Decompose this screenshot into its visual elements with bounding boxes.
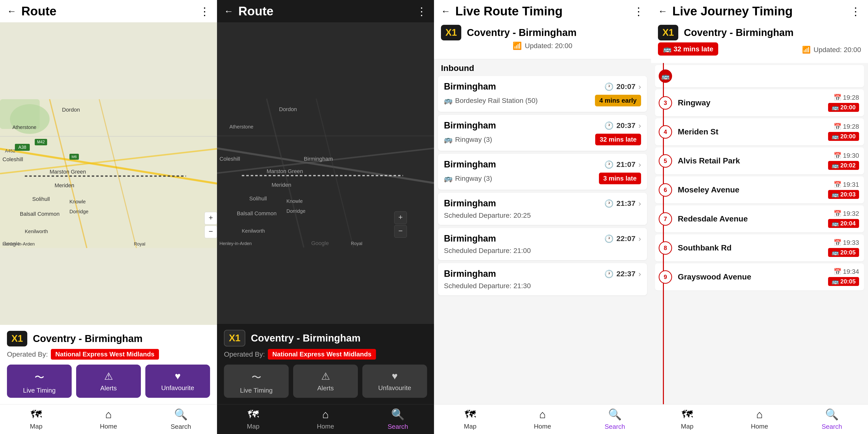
nav-map-label-1: Map [30, 423, 43, 430]
stop-times-9: 📅 19:34 🚌 20:05 [828, 268, 859, 286]
nav-home-2[interactable]: ⌂ Home [289, 408, 362, 430]
more-button-1[interactable]: ⋮ [199, 5, 210, 18]
live-timing-button-1[interactable]: 〜 Live Timing [7, 365, 72, 398]
more-button-2[interactable]: ⋮ [416, 5, 427, 18]
alerts-button-2[interactable]: ⚠ Alerts [293, 365, 358, 398]
stop-name-5: Alvis Retail Park [678, 156, 740, 165]
live-val-9: 20:05 [840, 278, 856, 285]
live-time-4: 🚌 20:00 [828, 132, 859, 141]
dep-dest-1: Birmingham [444, 120, 496, 131]
svg-text:M42: M42 [37, 140, 44, 144]
dep-time-4: 22:07 [617, 235, 636, 243]
journey-header-4: X1 Coventry - Birmingham 🚌 32 mins late … [651, 22, 868, 63]
search-icon-4: 🔍 [825, 408, 839, 421]
page-title-1: Route [21, 4, 199, 18]
sched-val-3: 19:28 [843, 94, 859, 101]
unfavourite-label-2: Unfavourite [378, 384, 411, 392]
departure-card-3[interactable]: Birmingham 🕐 21:37 › Scheduled Departure… [438, 193, 647, 225]
nav-home-4[interactable]: ⌂ Home [723, 408, 796, 430]
dep-dest-0: Birmingham [444, 81, 496, 92]
nav-search-2[interactable]: 🔍 Search [362, 408, 434, 431]
stop-info-6: Moseley Avenue [678, 185, 824, 194]
home-icon-4: ⌂ [756, 408, 763, 421]
late-badge-text: 32 mins late [674, 45, 713, 53]
direction-label-3: Inbound [434, 59, 651, 73]
operator-label-1: Operated By: [7, 350, 48, 359]
cal-icon-7: 📅 [834, 210, 841, 217]
clock-icon-5: 🕐 [604, 270, 614, 278]
sched-val-4: 19:28 [843, 123, 859, 130]
back-button-2[interactable]: ← [224, 6, 234, 17]
panel-route-light: ← Route ⋮ Dordon Atherstone Coleshill Ma… [0, 0, 217, 434]
wifi-icon-3: 📶 [513, 41, 522, 50]
stop-info-4: Meriden St [678, 127, 824, 136]
stop-circle-5: 5 [659, 154, 672, 168]
bus-circle-icon: 🚌 [659, 69, 672, 83]
page-title-4: Live Journey Timing [672, 4, 850, 18]
status-badge-2: 3 mins late [599, 173, 641, 184]
departure-card-2[interactable]: Birmingham 🕐 21:07 › 🚌 Ringway (3) 3 min… [438, 154, 647, 190]
sched-val-8: 19:33 [843, 239, 859, 247]
map-light[interactable]: Dordon Atherstone Coleshill Marston Gree… [0, 22, 217, 325]
clock-icon-1: 🕐 [604, 121, 614, 130]
nav-home-1[interactable]: ⌂ Home [72, 408, 145, 430]
unfavourite-label-1: Unfavourite [161, 384, 194, 392]
nav-search-1[interactable]: 🔍 Search [145, 408, 217, 431]
back-button-1[interactable]: ← [7, 6, 17, 17]
panel-live-journey: ← Live Journey Timing ⋮ X1 Coventry - Bi… [651, 0, 868, 434]
cal-icon-5: 📅 [834, 152, 841, 159]
live-val-7: 20:04 [840, 220, 856, 227]
more-button-3[interactable]: ⋮ [633, 5, 644, 18]
stop-num-9: 9 [657, 270, 673, 284]
dep-time-5: 22:37 [617, 270, 636, 278]
alerts-label-2: Alerts [317, 384, 334, 392]
live-timing-label-1: Live Timing [23, 386, 56, 394]
stop-row-6: 6 Moseley Avenue 📅 19:31 🚌 20:03 [655, 176, 864, 204]
nav-map-2[interactable]: 🗺 Map [217, 408, 289, 430]
unfavourite-button-2[interactable]: ♥ Unfavourite [362, 365, 427, 398]
bus-live-icon-7: 🚌 [832, 220, 839, 227]
nav-map-3[interactable]: 🗺 Map [434, 408, 506, 430]
dep-stop-0: Bordesley Rail Station (50) [455, 97, 538, 105]
nav-search-4[interactable]: 🔍 Search [796, 408, 868, 431]
departure-card-0[interactable]: Birmingham 🕐 20:07 › 🚌 Bordesley Rail St… [438, 76, 647, 112]
stop-row-4: 4 Meriden St 📅 19:28 🚌 20:00 [655, 118, 864, 145]
stop-row-7: 7 Redesdale Avenue 📅 19:32 🚌 20:04 [655, 205, 864, 232]
more-button-4[interactable]: ⋮ [850, 5, 861, 18]
departure-card-1[interactable]: Birmingham 🕐 20:37 › 🚌 Ringway (3) 32 mi… [438, 115, 647, 151]
live-timing-button-2[interactable]: 〜 Live Timing [224, 365, 289, 398]
stop-circle-9: 9 [659, 270, 672, 284]
unfavourite-button-1[interactable]: ♥ Unfavourite [145, 365, 210, 398]
chevron-right-1: › [638, 121, 641, 130]
heart-icon-2: ♥ [392, 371, 398, 382]
map-icon-1: 🗺 [31, 408, 42, 421]
dep-time-2: 21:07 [617, 160, 636, 168]
svg-text:Atherstone: Atherstone [229, 124, 253, 129]
nav-map-4[interactable]: 🗺 Map [651, 408, 723, 430]
stop-times-3: 📅 19:28 🚌 20:00 [828, 94, 859, 112]
map-dark[interactable]: Dordon Atherstone Coleshill Marston Gree… [217, 22, 434, 324]
back-button-4[interactable]: ← [658, 6, 668, 17]
nav-map-1[interactable]: 🗺 Map [0, 408, 72, 430]
chevron-right-5: › [638, 269, 641, 279]
svg-text:Dorridge: Dorridge [69, 209, 89, 214]
departure-card-4[interactable]: Birmingham 🕐 22:07 › Scheduled Departure… [438, 228, 647, 260]
search-icon-2: 🔍 [391, 408, 405, 421]
back-button-3[interactable]: ← [441, 6, 451, 17]
route-badge-3: X1 [441, 25, 461, 40]
sched-time-4: 📅 19:28 [834, 123, 859, 130]
dep-time-3: 21:37 [617, 199, 636, 208]
sched-time-9: 📅 19:34 [834, 268, 859, 276]
svg-text:A452: A452 [5, 149, 16, 154]
stop-name-3: Ringway [678, 98, 711, 107]
nav-search-3[interactable]: 🔍 Search [579, 408, 651, 431]
nav-home-label-4: Home [751, 423, 768, 430]
nav-home-3[interactable]: ⌂ Home [506, 408, 579, 430]
bus-live-icon-8: 🚌 [832, 249, 839, 256]
alerts-button-1[interactable]: ⚠ Alerts [76, 365, 141, 398]
home-icon-1: ⌂ [105, 408, 112, 421]
svg-text:Balsall Common: Balsall Common [20, 211, 60, 217]
svg-text:−: − [209, 227, 213, 235]
departure-card-5[interactable]: Birmingham 🕐 22:37 › Scheduled Departure… [438, 263, 647, 296]
action-buttons-2: 〜 Live Timing ⚠ Alerts ♥ Unfavourite [224, 365, 427, 398]
